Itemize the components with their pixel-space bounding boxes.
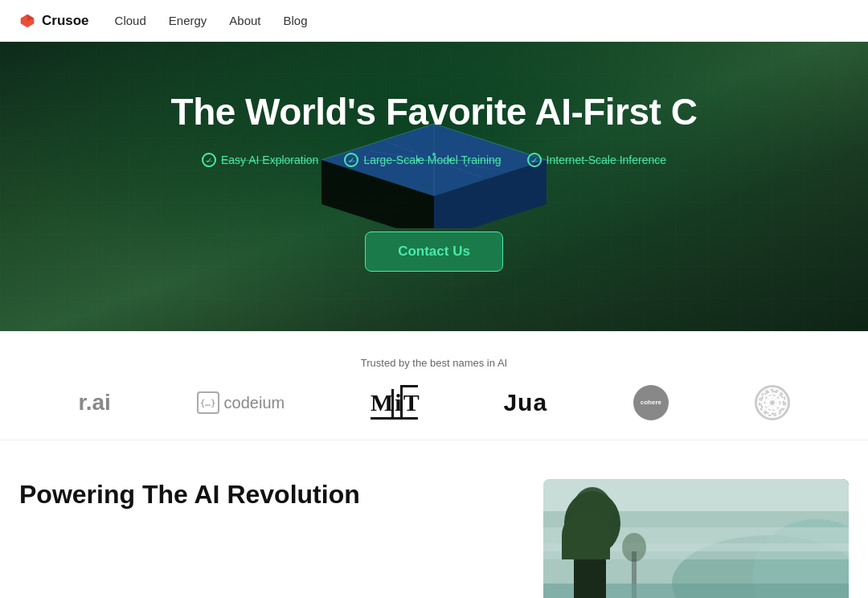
hero-badge-1: ✓ Easy AI Exploration [202,153,318,167]
nature-svg [543,479,849,598]
badge-check-icon-2: ✓ [344,153,358,167]
nav-energy[interactable]: Energy [169,14,207,27]
hero-section: The World's Favorite AI-First C ✓ Easy A… [0,42,868,331]
logo-wheel [755,385,790,420]
svg-line-19 [762,393,782,413]
svg-point-15 [764,395,780,411]
logo-mit: MiT [371,389,418,416]
badge-label-3: Internet-Scale Inference [547,154,666,166]
logo-label: Crusoe [42,13,89,29]
badge-check-icon-1: ✓ [202,153,216,167]
nature-illustration [543,479,849,598]
svg-point-31 [622,533,646,562]
codeium-label: codeium [224,394,285,412]
lower-title: Powering The AI Revolution [19,479,511,510]
badge-label-2: Large-Scale Model Training [363,154,501,166]
jua-text: Jua [503,389,547,416]
svg-point-16 [770,400,775,405]
crusoe-logo-icon [19,13,35,29]
svg-rect-27 [588,527,597,598]
navbar: Crusoe Cloud Energy About Blog [0,0,868,42]
trusted-label: Trusted by the best names in AI [19,357,849,369]
wheel-icon [757,387,788,419]
cohere-text: cohere [641,399,661,407]
contact-us-button[interactable]: Contact Us [365,231,503,272]
hero-badges: ✓ Easy AI Exploration ✓ Large-Scale Mode… [202,153,666,167]
logo-cohere: cohere [633,385,669,420]
logo-codeium: {…} codeium [197,391,285,414]
badge-check-icon-3: ✓ [527,153,542,167]
svg-point-29 [572,487,612,535]
hero-title: The World's Favorite AI-First C [171,90,698,133]
logo-jua: Jua [503,389,547,416]
logo-er-ai: r.ai [78,390,110,416]
er-ai-text: r.ai [78,390,110,416]
lower-text-block: Powering The AI Revolution [19,479,511,510]
logos-row: r.ai {…} codeium MiT Jua cohere [19,385,849,420]
nav-blog[interactable]: Blog [284,14,308,27]
svg-line-20 [762,393,782,413]
badge-label-1: Easy AI Exploration [221,154,318,166]
mit-text: MiT [371,385,418,420]
logo[interactable]: Crusoe [19,13,89,29]
hero-content: The World's Favorite AI-First C ✓ Easy A… [0,42,868,272]
lower-section: Powering The AI Revolution [0,440,868,598]
nav-links: Cloud Energy About Blog [115,14,308,28]
trusted-section: Trusted by the best names in AI r.ai {…}… [0,331,868,440]
nav-cloud[interactable]: Cloud [115,14,146,27]
nav-about[interactable]: About [229,14,260,27]
hero-badge-2: ✓ Large-Scale Model Training [344,153,501,167]
svg-rect-32 [543,584,849,598]
codeium-icon: {…} [197,391,219,414]
lower-image [543,479,849,598]
svg-rect-26 [543,543,849,559]
hero-badge-3: ✓ Internet-Scale Inference [527,153,666,167]
